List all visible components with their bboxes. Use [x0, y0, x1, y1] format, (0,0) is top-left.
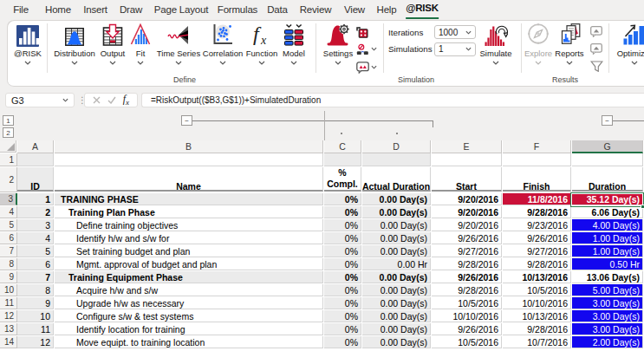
svg-text:x: x [260, 34, 267, 46]
